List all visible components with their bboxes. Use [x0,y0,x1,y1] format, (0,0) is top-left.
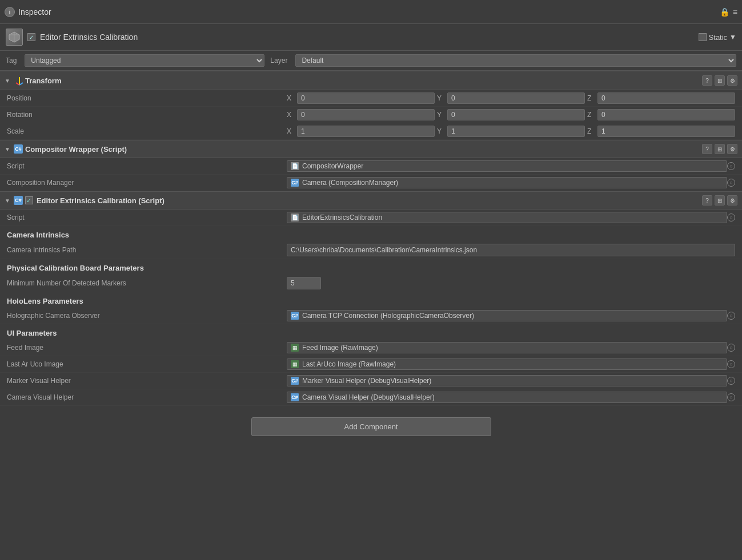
title-bar-actions: 🔒 ≡ [720,7,737,17]
gameobject-cube-icon [6,29,23,46]
scale-x-axis: X [287,127,295,135]
gameobject-name[interactable]: Editor Extrinsics Calibration [40,33,694,42]
rotation-x-input[interactable] [297,109,435,120]
rotation-y-axis: Y [437,111,445,119]
composition-manager-cs-icon: C# [291,179,299,187]
static-label: Static [709,33,728,42]
feed-image-field: ▦ Feed Image (RawImage) [287,342,727,353]
holographic-camera-observer-row: Holographic Camera Observer C# Camera TC… [0,308,742,324]
last-aruco-image-tex-icon: ▦ [291,360,299,368]
rotation-y-input[interactable] [447,109,585,120]
compositor-script-target-icon[interactable]: ○ [727,162,735,170]
tag-layer-row: Tag Untagged Layer Default [0,51,742,71]
static-dropdown-arrow[interactable]: ▼ [729,33,736,41]
ui-params-header-row: UI Parameters [0,324,742,340]
editor-extrinsics-cs-icon: C# [14,196,23,205]
feed-image-value: Feed Image (RawImage) [302,344,378,352]
position-y-axis: Y [437,94,445,102]
scale-y-item: Y [437,126,585,137]
tag-select[interactable]: Untagged [25,54,264,67]
editor-extrinsics-active-checkbox[interactable]: ✓ [25,196,33,204]
camera-visual-helper-row: Camera Visual Helper C# Camera Visual He… [0,389,742,406]
scale-y-input[interactable] [447,126,585,137]
composition-manager-label: Composition Manager [7,179,287,187]
layer-label: Layer [270,57,287,65]
rotation-z-input[interactable] [597,109,735,120]
holographic-camera-observer-cs-icon: C# [291,312,299,320]
camera-visual-helper-value: Camera Visual Helper (DebugVisualHelper) [302,393,435,401]
scale-row: Scale X Y Z [0,123,742,140]
position-label: Position [7,94,287,102]
transform-help-btn[interactable]: ? [702,75,712,86]
compositor-wrapper-section-header[interactable]: ▼ C# Compositor Wrapper (Script) ? ⊞ ⚙ [0,140,742,158]
scale-y-axis: Y [437,127,445,135]
lock-icon[interactable]: 🔒 [720,7,729,17]
position-row: Position X Y Z [0,90,742,107]
compositor-script-value: CompositorWrapper [302,162,363,170]
camera-intrinsics-path-label: Camera Intrinsics Path [7,246,287,254]
min-markers-input[interactable] [287,277,321,289]
transform-layout-btn[interactable]: ⊞ [715,75,725,86]
add-component-button[interactable]: Add Component [251,417,491,436]
compositor-wrapper-title: Compositor Wrapper (Script) [25,145,702,154]
menu-icon[interactable]: ≡ [733,7,737,17]
scale-x-input[interactable] [297,126,435,137]
marker-visual-helper-value: Marker Visual Helper (DebugVisualHelper) [302,377,431,385]
feed-image-label: Feed Image [7,344,287,352]
last-aruco-image-label: Last Ar Uco Image [7,360,287,368]
composition-manager-target-icon[interactable]: ○ [727,179,735,187]
editor-extrinsics-actions: ? ⊞ ⚙ [702,195,737,206]
position-xyz: X Y Z [287,92,735,104]
position-z-input[interactable] [597,92,735,104]
position-z-item: Z [587,92,735,104]
editor-extrinsics-title: Editor Extrinsics Calibration (Script) [37,196,702,205]
rotation-z-axis: Z [587,111,595,119]
static-checkbox[interactable] [699,33,707,41]
rotation-y-item: Y [437,109,585,120]
extrinsics-script-doc-icon: 📄 [291,213,299,221]
compositor-wrapper-help-btn[interactable]: ? [702,144,712,154]
hololens-header-row: HoloLens Parameters [0,292,742,308]
scale-z-input[interactable] [597,126,735,137]
layer-select[interactable]: Default [295,54,736,67]
rotation-z-item: Z [587,109,735,120]
rotation-xyz: X Y Z [287,109,735,120]
min-markers-row: Minimum Number Of Detected Markers [0,275,742,292]
marker-visual-helper-target-icon[interactable]: ○ [727,377,735,385]
compositor-wrapper-actions: ? ⊞ ⚙ [702,144,737,154]
composition-manager-field: C# Camera (CompositionManager) [287,177,727,188]
tag-label: Tag [6,57,17,65]
inspector-icon: i [5,7,15,17]
transform-actions: ? ⊞ ⚙ [702,75,737,86]
add-component-area: Add Component [0,406,742,448]
compositor-wrapper-chevron: ▼ [5,146,10,152]
editor-extrinsics-help-btn[interactable]: ? [702,195,712,206]
holographic-camera-observer-target-icon[interactable]: ○ [727,312,735,320]
gameobject-active-checkbox[interactable]: ✓ [27,33,35,41]
feed-image-row: Feed Image ▦ Feed Image (RawImage) ○ [0,340,742,356]
last-aruco-image-field: ▦ Last ArUco Image (RawImage) [287,358,727,370]
last-aruco-image-target-icon[interactable]: ○ [727,360,735,368]
position-y-input[interactable] [447,92,585,104]
rotation-x-item: X [287,109,435,120]
camera-intrinsics-path-value[interactable]: C:\Users\chriba\Documents\Calibration\Ca… [287,244,735,256]
min-markers-label: Minimum Number Of Detected Markers [7,279,287,287]
compositor-wrapper-cs-icon: C# [14,144,23,154]
physical-calib-header: Physical Calibration Board Parameters [7,264,144,272]
static-area: Static ▼ [699,33,736,42]
compositor-wrapper-layout-btn[interactable]: ⊞ [715,144,725,154]
cube-svg [8,31,21,43]
camera-visual-helper-target-icon[interactable]: ○ [727,393,735,401]
editor-extrinsics-layout-btn[interactable]: ⊞ [715,195,725,206]
compositor-wrapper-gear-btn[interactable]: ⚙ [727,144,737,154]
transform-gear-btn[interactable]: ⚙ [727,75,737,86]
position-x-input[interactable] [297,92,435,104]
camera-intrinsics-path-row: Camera Intrinsics Path C:\Users\chriba\D… [0,241,742,259]
scale-label: Scale [7,127,287,135]
extrinsics-script-target-icon[interactable]: ○ [727,213,735,221]
editor-extrinsics-section-header[interactable]: ▼ C# ✓ Editor Extrinsics Calibration (Sc… [0,191,742,210]
marker-visual-helper-row: Marker Visual Helper C# Marker Visual He… [0,373,742,389]
feed-image-target-icon[interactable]: ○ [727,344,735,352]
transform-section-header[interactable]: ▼ Transform ? ⊞ ⚙ [0,71,742,90]
editor-extrinsics-gear-btn[interactable]: ⚙ [727,195,737,206]
